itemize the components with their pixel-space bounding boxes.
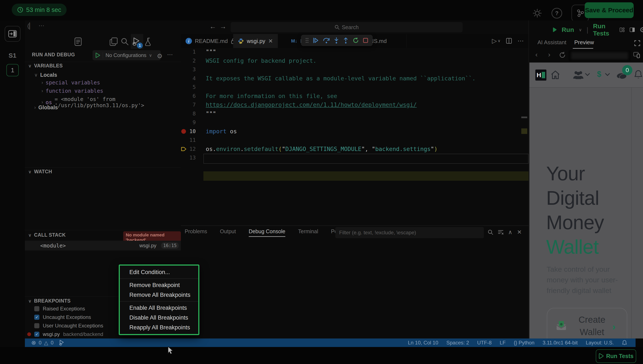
browser-refresh-icon[interactable] bbox=[559, 52, 566, 59]
code-line[interactable]: 12os.environ.setdefault("DJANGO_SETTINGS… bbox=[181, 144, 528, 154]
code-editor[interactable]: 1"""2WSGI config for backend project.34I… bbox=[181, 48, 528, 225]
app-logo[interactable]: H bbox=[535, 70, 546, 80]
more-actions-icon[interactable]: ⋯ bbox=[167, 51, 173, 58]
save-proceed-button[interactable]: Save & Proceed bbox=[585, 2, 634, 18]
code-line[interactable]: 3 bbox=[181, 65, 528, 74]
chevron-down-icon[interactable]: ∨ bbox=[579, 27, 582, 32]
status-item[interactable]: 3.11.0rc1 64-bit bbox=[543, 340, 578, 346]
menu-item-edit-condition[interactable]: Edit Condition... bbox=[120, 267, 198, 277]
close-panel-icon[interactable]: ✕ bbox=[517, 229, 522, 236]
menu-item-enable-all-breakpoints[interactable]: Enable All Breakpoints bbox=[120, 303, 198, 313]
step-out-icon[interactable] bbox=[343, 37, 349, 44]
close-icon[interactable]: ✕ bbox=[268, 38, 273, 44]
maximize-panel-icon[interactable]: ∧ bbox=[508, 229, 512, 236]
device-toggle-icon[interactable] bbox=[633, 52, 640, 58]
stop-icon[interactable] bbox=[363, 38, 368, 43]
code-line[interactable]: 6For more information on this file, see bbox=[181, 92, 528, 100]
run-file-icon[interactable]: ▷∨ bbox=[492, 37, 500, 44]
code-line[interactable]: 8""" bbox=[181, 109, 528, 118]
status-item[interactable]: Ln 10, Col 10 bbox=[408, 340, 438, 346]
panel-tab-problems[interactable]: Problems bbox=[185, 228, 207, 237]
status-item[interactable]: UTF-8 bbox=[477, 340, 491, 346]
globals-node[interactable]: › Globals bbox=[34, 104, 58, 110]
callstack-frame-row[interactable]: <module> wsgi.py 16:15 bbox=[25, 241, 181, 250]
status-problems[interactable]: ⊗ 0 △ 0 bbox=[31, 339, 65, 346]
continue-icon[interactable] bbox=[312, 37, 319, 44]
currency-icon[interactable]: $ bbox=[597, 70, 601, 79]
code-line[interactable]: 13 bbox=[181, 153, 528, 162]
debug-filter-input[interactable]: Filter (e.g. text, !exclude, \escape) bbox=[335, 227, 484, 238]
tab-ai-assistant[interactable]: AI Assistant bbox=[537, 39, 566, 46]
panel-tab-debug-console[interactable]: Debug Console bbox=[249, 228, 285, 237]
help-icon[interactable]: ? bbox=[551, 8, 562, 18]
filter-lines-icon[interactable] bbox=[498, 230, 503, 235]
watch-header[interactable]: ∨ WATCH bbox=[28, 169, 52, 174]
nav-forward-icon[interactable]: → bbox=[220, 22, 226, 30]
menu-item-reapply-all-breakpoints[interactable]: Reapply All Breakpoints bbox=[120, 322, 198, 332]
panel-tab-terminal[interactable]: Terminal bbox=[298, 228, 318, 237]
tab-wsgi[interactable]: wsgi.py ✕ bbox=[233, 34, 278, 48]
restart-icon[interactable] bbox=[353, 37, 359, 44]
theme-icon[interactable] bbox=[532, 8, 542, 18]
editor-more-icon[interactable]: ⋯ bbox=[517, 37, 524, 44]
breakpoint-checkbox[interactable]: ✓ bbox=[34, 315, 39, 320]
run-label[interactable]: Run bbox=[562, 26, 574, 34]
bell-icon[interactable] bbox=[634, 70, 642, 80]
split-editor-icon[interactable] bbox=[506, 38, 512, 44]
variables-header[interactable]: ∨ VARIABLES bbox=[28, 63, 63, 69]
settings-gear-icon[interactable]: ⚙ bbox=[639, 26, 643, 34]
status-item[interactable]: {} Python bbox=[514, 340, 534, 346]
tab-preview[interactable]: Preview bbox=[574, 39, 594, 46]
create-wallet-card[interactable]: Create Wallet › bbox=[547, 308, 627, 338]
copy-files-icon[interactable] bbox=[110, 38, 118, 46]
notebook-icon[interactable] bbox=[74, 38, 82, 46]
locals-node[interactable]: ∨ Locals bbox=[34, 72, 57, 78]
collapse-workspace-button[interactable] bbox=[5, 26, 21, 42]
panel-search-icon[interactable] bbox=[488, 230, 493, 235]
code-line[interactable]: 1""" bbox=[181, 48, 528, 56]
test-beaker-icon[interactable] bbox=[144, 38, 152, 46]
special-variables-node[interactable]: › special variables bbox=[42, 80, 100, 86]
people-icon[interactable] bbox=[573, 70, 584, 80]
menu-item-disable-all-breakpoints[interactable]: Disable All Breakpoints bbox=[120, 313, 198, 322]
menu-item-remove-breakpoint[interactable]: Remove Breakpoint bbox=[120, 280, 198, 290]
function-variables-node[interactable]: › function variables bbox=[42, 88, 103, 94]
status-item[interactable]: Layout: U.S. bbox=[586, 340, 614, 346]
breakpoints-header[interactable]: ∨ BREAKPOINTS bbox=[28, 298, 71, 304]
menu-item-remove-all-breakpoints[interactable]: Remove All Breakpoints bbox=[120, 290, 198, 300]
panel-tab-output[interactable]: Output bbox=[220, 228, 236, 237]
code-line[interactable]: 5 bbox=[181, 83, 528, 92]
code-line[interactable]: 11 bbox=[181, 136, 528, 144]
search-view-icon[interactable] bbox=[121, 38, 129, 46]
browser-url-bar[interactable] bbox=[568, 50, 631, 61]
status-item[interactable]: Spaces: 2 bbox=[446, 340, 469, 346]
step-over-icon[interactable] bbox=[323, 37, 330, 44]
gear-icon[interactable]: ⚙ bbox=[157, 52, 163, 60]
fullscreen-icon[interactable] bbox=[634, 40, 640, 46]
launch-config-dropdown[interactable]: No Configurations ∨ bbox=[93, 50, 161, 60]
code-line[interactable]: 10import os bbox=[181, 127, 528, 136]
bell-icon[interactable] bbox=[622, 340, 627, 346]
drag-grip-icon[interactable] bbox=[305, 38, 309, 43]
browser-forward-icon[interactable]: › bbox=[548, 50, 550, 58]
breakpoint-checkbox[interactable] bbox=[34, 323, 39, 328]
global-search-input[interactable]: Search bbox=[231, 22, 463, 32]
sidebar-more-icon[interactable]: ⋯ bbox=[39, 22, 45, 29]
run-play-icon[interactable] bbox=[552, 26, 557, 33]
breakpoint-checkbox[interactable] bbox=[34, 306, 39, 311]
status-item[interactable]: LF bbox=[500, 340, 506, 346]
code-line[interactable]: 9 bbox=[181, 118, 528, 127]
debug-status-icon[interactable] bbox=[59, 340, 65, 346]
step-number-button[interactable]: 1 bbox=[7, 64, 19, 76]
run-tests-toolbar-label[interactable]: Run Tests bbox=[593, 22, 615, 37]
browser-back-icon[interactable]: ‹ bbox=[535, 50, 538, 58]
os-variable-node[interactable]: › os = <module 'os' from '/usr/lib/pytho… bbox=[42, 96, 181, 108]
breakpoint-checkbox[interactable]: ✓ bbox=[34, 332, 39, 337]
collapse-sidebar-icon[interactable]: ⟨▏ bbox=[27, 22, 34, 30]
tab-readme[interactable]: i README.md bbox=[181, 34, 241, 48]
home-icon[interactable] bbox=[550, 70, 560, 80]
layout-grid-icon[interactable] bbox=[619, 26, 625, 34]
step-into-icon[interactable] bbox=[334, 37, 339, 44]
callstack-header[interactable]: ∨ CALL STACK bbox=[28, 232, 66, 238]
code-line[interactable]: 2WSGI config for backend project. bbox=[181, 56, 528, 65]
